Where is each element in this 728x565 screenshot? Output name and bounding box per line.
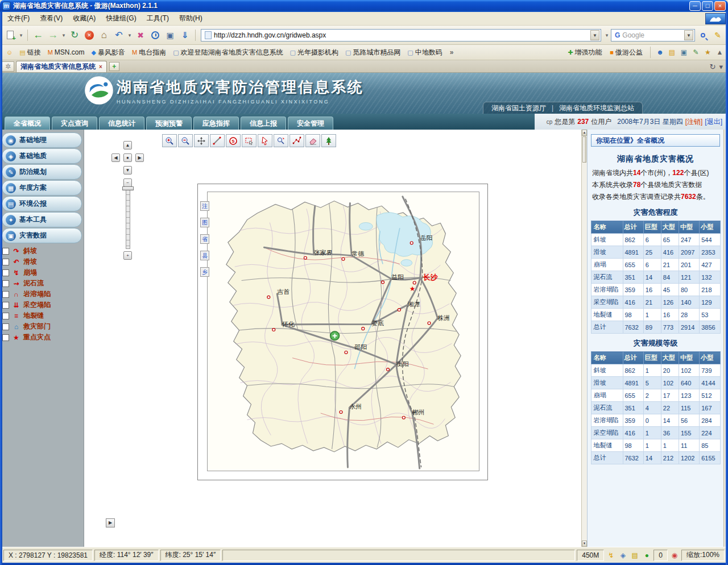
menu-item[interactable]: 收藏(A) [68, 12, 101, 25]
menu-item[interactable]: 快捷组(G) [101, 12, 141, 25]
tab-list-icon[interactable]: ▾ [719, 63, 723, 71]
layer-checkbox[interactable] [2, 248, 9, 255]
tab-active[interactable]: 湖南省地质灾害信息系统 × [16, 61, 107, 72]
identify-tool-button[interactable] [274, 134, 288, 147]
measure-tool-button[interactable] [210, 134, 225, 147]
map-layer-toggle-button[interactable]: 县 [200, 251, 209, 260]
trophy-icon[interactable]: ★ [703, 48, 713, 56]
pan-up-button[interactable]: ▲ [123, 141, 132, 149]
minimize-button[interactable]: ─ [689, 1, 701, 11]
refresh-all-icon[interactable]: ↻ [710, 63, 716, 71]
sidebar-item[interactable]: ▦年度方案 [2, 180, 82, 196]
history-dropdown[interactable]: ▾ [61, 32, 67, 38]
nav-tab[interactable]: 预测预警 [146, 117, 192, 130]
sidebar-item[interactable]: ✎防治规划 [2, 164, 82, 180]
link-item[interactable]: ☺ [3, 48, 15, 57]
nav-tab[interactable]: 安全管理 [288, 117, 333, 130]
refresh-button[interactable]: ↻ [68, 28, 81, 42]
zoom-out-tool-button[interactable] [178, 134, 193, 147]
pointer-tool-button[interactable] [258, 134, 272, 147]
monitor-icon[interactable]: ▣ [679, 48, 689, 56]
layer-checkbox[interactable] [2, 334, 9, 341]
user-icon[interactable]: ☻ [655, 48, 665, 56]
window-titlebar[interactable]: m 湖南省地质灾害信息系统 - 傲游(Maxthon) 2.1.1 ─ □ × [0, 0, 728, 12]
city-marker[interactable] [413, 281, 416, 284]
back-button[interactable]: ← [31, 28, 45, 42]
map-layer-toggle-button[interactable]: 注 [200, 201, 209, 211]
city-marker[interactable] [362, 327, 365, 330]
favorites-toggle-button[interactable]: ✲ [2, 61, 14, 72]
search-go-button[interactable] [696, 28, 710, 42]
nav-tab[interactable]: 灾点查询 [52, 117, 97, 130]
menu-item[interactable]: 帮助(H) [174, 12, 208, 25]
pencil-icon[interactable]: ✎ [691, 48, 701, 56]
sidebar-item[interactable]: ◉基础地理 [2, 132, 82, 148]
maxthon-throbber-icon[interactable] [705, 13, 726, 24]
plugin-icon[interactable]: ◈ [618, 551, 628, 559]
full-extent-button[interactable]: ● [123, 153, 132, 162]
pan-right-button[interactable]: ▶ [135, 153, 144, 162]
link-item[interactable]: ◆暴风影音 [88, 47, 127, 59]
logout-link[interactable]: [注销] [685, 117, 703, 127]
scroll-down-icon[interactable]: ▼ [582, 541, 587, 547]
city-marker[interactable] [382, 281, 384, 284]
link-item[interactable]: ▢觅路城市精品网 [342, 47, 403, 59]
search-engine-dropdown[interactable]: ▼ [684, 30, 693, 40]
address-dropdown[interactable]: ▼ [590, 30, 599, 40]
nav-tab[interactable]: 信息上报 [241, 117, 286, 130]
city-marker[interactable] [345, 351, 348, 354]
undo-dropdown[interactable]: ▾ [127, 32, 133, 38]
layer-checkbox[interactable] [2, 291, 9, 298]
address-input[interactable]: http://dzzh.hndh.gov.cn/gridweb.aspx [214, 31, 590, 39]
folder-icon[interactable]: ▤ [630, 551, 640, 559]
close-button[interactable]: × [714, 1, 726, 11]
city-marker[interactable] [402, 416, 405, 419]
download-button[interactable]: ⇓ [178, 28, 192, 42]
city-marker[interactable] [272, 329, 275, 331]
banner-link[interactable]: 湖南省国土资源厅 [491, 103, 546, 113]
layer-checkbox[interactable] [2, 302, 9, 309]
sidebar-item[interactable]: ▣灾害数据 [2, 228, 82, 243]
sidebar-item[interactable]: ◈基础地质 [2, 148, 82, 164]
banner-link[interactable]: 湖南省地质环境监测总站 [559, 103, 634, 113]
pan-down-button[interactable]: ▼ [123, 166, 132, 175]
nav-tab[interactable]: 应急指挥 [193, 117, 239, 130]
menu-item[interactable]: 查看(V) [35, 12, 68, 25]
capture-button[interactable]: ▣ [163, 28, 177, 42]
forward-button[interactable]: → [46, 28, 60, 42]
map-layer-toggle-button[interactable]: 图 [200, 218, 209, 227]
layer-checkbox[interactable] [2, 280, 9, 287]
nav-tab[interactable]: 全省概况 [5, 117, 50, 130]
layer-checkbox[interactable] [2, 313, 9, 319]
map-scroll-right-button[interactable]: ▶ [106, 518, 115, 527]
stop-tool-button[interactable]: S [226, 134, 241, 147]
collapse-bar-icon[interactable]: ▲ [715, 48, 725, 56]
nav-tab[interactable]: 信息统计 [99, 117, 144, 130]
new-tab-button[interactable]: + [109, 62, 119, 71]
city-marker[interactable] [342, 257, 345, 260]
zoom-level[interactable]: 缩放:100% [681, 550, 725, 561]
tab-close-icon[interactable]: × [99, 64, 102, 70]
legend-tool-button[interactable] [321, 134, 336, 147]
link-item[interactable]: M电台指南 [129, 47, 169, 59]
id-card-icon[interactable]: ▤ [667, 48, 677, 56]
boost-icon[interactable]: ↯ [606, 551, 616, 559]
home-button[interactable]: ⌂ [97, 28, 111, 42]
sidebar-item[interactable]: ▤环境公报 [2, 196, 82, 211]
city-marker[interactable] [387, 368, 390, 371]
city-marker[interactable] [340, 411, 342, 414]
city-marker[interactable] [410, 242, 413, 244]
highlight-button[interactable]: ✎ [711, 28, 725, 42]
menu-item[interactable]: 工具(T) [142, 12, 174, 25]
city-marker[interactable] [428, 322, 431, 325]
maximize-button[interactable]: □ [702, 1, 713, 11]
layer-checkbox[interactable] [2, 269, 9, 276]
content-filter-button[interactable]: ✖ [134, 28, 147, 42]
exit-link[interactable]: [退出] [705, 117, 722, 127]
city-marker[interactable] [304, 256, 307, 259]
maxthon-app-icon[interactable]: m [2, 2, 11, 10]
pan-tool-button[interactable] [194, 134, 209, 147]
link-item[interactable]: MMSN.com [45, 47, 88, 57]
menu-item[interactable]: 文件(F) [2, 12, 35, 25]
select-rect-tool-button[interactable] [242, 134, 257, 147]
